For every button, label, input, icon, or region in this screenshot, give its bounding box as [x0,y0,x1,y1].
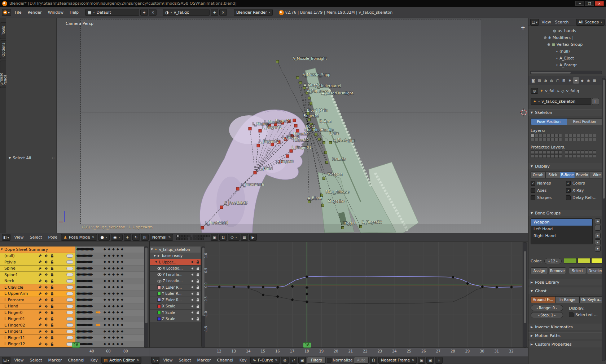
expand-icon[interactable]: ⊕ [544,36,546,40]
active-fcurve[interactable] [208,276,522,288]
speaker-icon[interactable] [44,305,48,308]
dope-channel-l-finger11[interactable]: L Finger11◆◆◆◆◆◆◆◆◆◆◆◆◆◆◆◆◆◆ [0,335,144,341]
panel-expander-icon[interactable]: ▼ [9,156,11,160]
bone-group-left-hand[interactable]: Left Hand [531,226,592,232]
layer-cell[interactable] [565,138,568,141]
lock-icon[interactable] [196,273,199,276]
menu-view[interactable]: View [161,358,175,363]
scene-layer-cell[interactable] [207,235,210,237]
datablock-selector[interactable]: ✦▾ v_fal.qc_skeleton [531,98,591,105]
scene-layer-cell[interactable] [185,235,188,237]
minimize-button[interactable]: ─ [575,1,584,6]
maximize-button[interactable]: ❐ [585,1,594,6]
tab-object-icon[interactable]: ▢ [555,77,561,84]
display-bbone-button[interactable]: B-Bone [560,172,575,178]
layer-cell[interactable] [535,154,538,158]
wrench-icon[interactable] [38,285,42,289]
tab-render-icon[interactable]: ◙ [530,77,536,84]
expander-icon[interactable]: ▼ [0,248,4,251]
graph-mode-selector[interactable]: ∿F-Curve⇅ [250,357,280,364]
speaker-icon[interactable] [191,311,195,314]
speaker-icon[interactable] [191,298,195,302]
layer-cell[interactable] [585,150,588,154]
layer-cell[interactable] [539,134,542,137]
paste-keyframes-icon[interactable]: ▣ [426,357,434,364]
layer-cell[interactable] [573,154,576,158]
scene-layer-cell[interactable] [188,235,190,237]
dope-vertical-scrollbar[interactable] [144,247,148,347]
info-editor-icon[interactable]: ▾ [2,9,11,16]
scene-layer-cell[interactable] [179,235,182,237]
scene-layer-cell[interactable] [190,238,192,240]
graph-vertical-scrollbar[interactable] [523,242,527,347]
graph-channel-l-upper-[interactable]: ▼L Upper... [150,259,201,266]
keyframe[interactable] [452,276,454,279]
lock-icon[interactable] [50,279,54,283]
snap-mode-selector[interactable]: ◇▾ [228,234,239,241]
collapse-icon[interactable]: ⊖ [547,43,550,46]
names-checkbox[interactable] [531,181,535,186]
speaker-icon[interactable] [191,305,195,308]
bone-group-specials-button[interactable]: ▾ [595,233,601,239]
dope-channel-neck[interactable]: Neck◆◆◆◆◆◆◆◆◆◆◆◆◆◆◆◆◆◆ [0,278,144,285]
layer-cell[interactable] [569,150,572,154]
layer-cell[interactable] [577,154,580,158]
shading-selector[interactable]: ●▾ [98,234,110,241]
paste-flipped-icon[interactable]: ↓ [435,357,443,364]
dope-mode-selector[interactable]: ▤ Action Editor⇅ [101,357,142,364]
menu-marker[interactable]: Marker [46,358,65,363]
layer-cell[interactable] [577,134,580,137]
scene-layer-cell[interactable] [176,235,179,237]
fake-user-button[interactable]: F [592,98,599,105]
wrench-icon[interactable] [38,336,42,339]
keyframe[interactable] [306,275,308,278]
keyframe[interactable] [276,286,279,289]
menu-key[interactable]: Key [237,358,249,363]
breadcrumb-data[interactable]: v_fal.q [566,89,579,93]
layer-cell[interactable] [593,154,596,158]
keyframe-strip[interactable]: ◆◆◆◆◆◆◆◆◆◆◆◆◆◆◆◆◆◆◆◆◆ [75,310,144,316]
menu-select[interactable]: Select [176,358,194,363]
layer-cell[interactable] [569,138,572,141]
copy-keyframes-icon[interactable]: ▣ [418,357,425,364]
manipulator-rotate-icon[interactable]: ↻ [132,234,140,241]
speaker-icon[interactable] [44,317,48,321]
weapon-bone[interactable] [342,227,344,229]
dope-channel-spine1[interactable]: Spine1◆◆◆◆◆◆◆◆◆◆◆◆◆◆◆◆◆◆ [0,272,144,278]
menu-render[interactable]: Render [25,10,44,15]
outliner-horizontal-scrollbar[interactable] [530,71,602,74]
select-button[interactable]: Select [569,267,586,274]
layer-cell[interactable] [573,134,576,137]
manipulator-translate-icon[interactable]: + [124,234,131,241]
dope-channel-l-forearm[interactable]: L Forearm◆◆◆◆◆◆◆◆◆◆◆◆◆◆◆◆◆◆ [0,297,144,303]
layer-cell[interactable] [546,138,550,141]
graph-channel-y-euler-r-[interactable]: Y Euler R... [150,291,201,297]
speaker-icon[interactable] [191,273,195,276]
layer-cell[interactable] [550,154,554,158]
bone-group-add-button[interactable]: + [595,218,601,224]
layer-cell[interactable] [589,138,592,141]
panel-inverse-kinematics[interactable]: ▶Inverse Kinematics∷ [528,324,606,330]
menu-file[interactable]: File [12,10,24,15]
layer-cell[interactable] [554,154,558,158]
lock-icon[interactable] [50,330,54,333]
assign-button[interactable]: Assign [531,267,548,274]
outliner-filter-selector[interactable]: All Scenes▾ [576,19,605,26]
scene-layer-cell[interactable] [193,235,195,237]
dope-channel-dope-sheet-summary[interactable]: ▼Dope Sheet Summary◆◆◆◆◆◆◆◆◆◆◆◆◆◆◆◆◆◆ [0,247,144,253]
graph-channel-z-scale[interactable]: Z Scale [150,316,201,323]
keyframe[interactable] [306,292,308,295]
tab-bone-icon[interactable]: ◆ [579,77,585,84]
panel-grip-icon[interactable]: ∷ [52,156,54,160]
keyframe[interactable] [306,301,308,303]
wrench-icon[interactable] [38,342,42,346]
keyframe[interactable] [262,293,264,296]
layer-cell[interactable] [558,134,562,137]
layer-cell[interactable] [539,154,542,158]
graph-channel-y-scale[interactable]: Y Scale [150,310,201,316]
scene-layer-cell[interactable] [198,238,201,240]
layer-cell[interactable] [573,138,576,141]
keyframe[interactable] [232,285,235,288]
editor-type-outliner-icon[interactable]: ▤▾ [530,19,539,26]
layout-add-button[interactable]: + [140,9,148,16]
